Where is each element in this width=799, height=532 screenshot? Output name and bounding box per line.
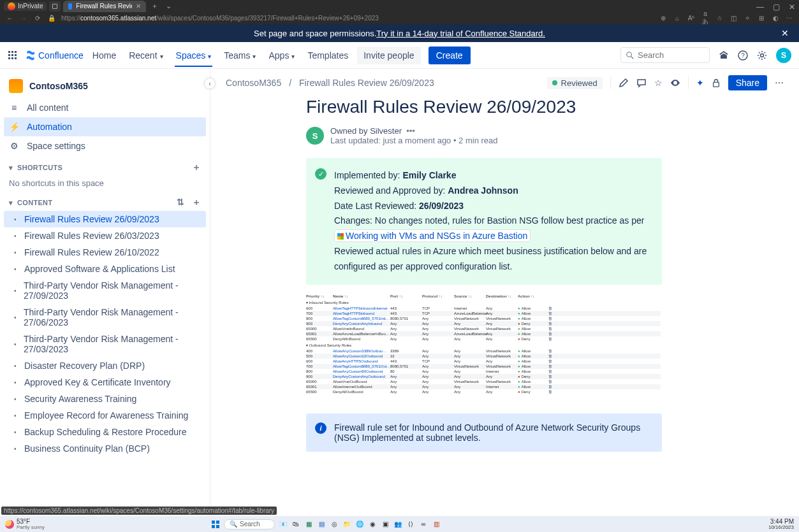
space-header[interactable]: ContosoM365 (0, 74, 210, 98)
shopping-icon[interactable]: ⌂ (673, 15, 682, 22)
content-tree-item[interactable]: •Third-Party Vendor Risk Management - 27… (4, 304, 206, 331)
content-tree-item[interactable]: •Approved Software & Applications List (4, 261, 206, 277)
taskbar-app-terminal[interactable]: ▣ (381, 520, 390, 529)
app-switcher-icon[interactable] (8, 50, 18, 61)
owner-avatar[interactable]: S (306, 127, 324, 145)
content-tree-item[interactable]: •Firewall Rules Review 26/03/2023 (4, 227, 206, 244)
split-icon[interactable]: ◫ (729, 15, 738, 22)
content-tree-item[interactable]: •Backup Scheduling & Restore Procedure (4, 424, 206, 440)
sidebar-item-space-settings[interactable]: ⚙ Space settings (0, 136, 210, 155)
settings-icon[interactable] (757, 50, 767, 61)
content-tree-item[interactable]: •Firewall Rules Review 26/09/2023 (4, 211, 206, 227)
rules-row: 800AllowAnyCustom80Outbound80AnyAnyInter… (306, 369, 661, 374)
window-maximize-button[interactable]: ▢ (773, 3, 780, 11)
taskbar-app-teams[interactable]: 👥 (393, 520, 402, 529)
taskbar-app-excel[interactable]: ▦ (304, 520, 313, 529)
taskbar-app-code[interactable]: ⟨⟩ (406, 520, 415, 529)
taskbar-app-edge[interactable]: 🌐 (355, 520, 364, 529)
refresh-button[interactable]: ⟳ (33, 15, 42, 22)
promo-link[interactable]: Try it in a 14-day trial of Confluence S… (376, 29, 545, 38)
taskbar-app-explorer[interactable]: 📁 (342, 520, 351, 529)
windows-taskbar: 53°F Partly sunny 🔍 Search 📧 🛍 ▦ ▤ ◎ 📁 🌐… (0, 516, 799, 532)
nav-spaces[interactable]: Spaces (175, 44, 213, 67)
invite-button[interactable]: Invite people (357, 47, 420, 64)
zoom-icon[interactable]: ⊕ (659, 15, 668, 22)
nav-templates[interactable]: Templates (306, 44, 349, 67)
content-tree-item[interactable]: •Disaster Recovery Plan (DRP) (4, 357, 206, 374)
watch-icon[interactable] (670, 78, 680, 88)
more-icon[interactable]: ⋯ (785, 15, 794, 22)
help-icon[interactable]: ? (738, 50, 748, 61)
search-input[interactable] (638, 50, 704, 60)
collections-icon[interactable]: ✧ (743, 15, 752, 22)
bullet-icon: • (14, 249, 19, 256)
notifications-icon[interactable] (719, 50, 729, 61)
share-button[interactable]: Share (728, 75, 767, 90)
address-bar[interactable]: https://contosom365.atlassian.net/wiki/s… (61, 15, 379, 22)
read-aloud-icon[interactable]: Aᵇ (687, 15, 696, 22)
confluence-logo[interactable]: Confluence (26, 50, 84, 61)
user-avatar[interactable]: S (776, 48, 791, 63)
content-tree-item[interactable]: •Employee Record for Awareness Training (4, 407, 206, 424)
tab-close-icon[interactable]: ✕ (136, 3, 141, 10)
comment-icon[interactable] (636, 78, 647, 88)
ai-icon[interactable]: ✦ (696, 78, 704, 88)
add-shortcut-button[interactable]: ＋ (192, 162, 201, 173)
nav-apps[interactable]: Apps (267, 44, 296, 67)
browser-tab-active[interactable]: Firewall Rules Review 26/09/20… ✕ (63, 1, 146, 12)
taskbar-app-outlook[interactable]: 📧 (279, 520, 288, 529)
sidebar-collapse-button[interactable]: ‹ (204, 78, 216, 89)
breadcrumb-page[interactable]: Firewall Rules Review 26/09/2023 (299, 78, 434, 88)
rules-row: 900DenyAnyCustomAnyOutboundAnyAnyAnyAnyD… (306, 374, 661, 379)
nav-recent[interactable]: Recent (128, 44, 164, 67)
lock-icon[interactable] (712, 78, 721, 87)
taskbar-search[interactable]: 🔍 Search (224, 519, 275, 529)
window-close-button[interactable]: ✕ (789, 3, 795, 11)
taskbar-app-copilot[interactable]: ◎ (330, 520, 339, 529)
content-tree-item[interactable]: •Approved Key & Certificate Inventory (4, 374, 206, 391)
sidebar-item-all-content[interactable]: ≡ All content (0, 98, 210, 117)
tab-menu-button[interactable]: ⌄ (163, 2, 174, 10)
extensions-icon[interactable]: ⊞ (757, 15, 766, 22)
breadcrumb-space[interactable]: ContosoM365 (226, 78, 281, 88)
content-tree-item[interactable]: •Third-Party Vendor Risk Management - 27… (4, 331, 206, 357)
chevron-down-icon[interactable]: ▾ (9, 199, 13, 206)
taskbar-app-chrome[interactable]: ◉ (368, 520, 377, 529)
tab-workspaces[interactable] (49, 1, 61, 11)
favorites-icon[interactable]: ☆ (715, 15, 724, 22)
taskbar-app-store[interactable]: 🛍 (291, 520, 300, 529)
content-filter-icon[interactable]: ⇅ (177, 197, 184, 207)
azure-link[interactable]: Working with VMs and NSGs in Azure Basti… (334, 229, 531, 242)
content-tree-item[interactable]: •Security Awareness Training (4, 391, 206, 407)
taskbar-app-vs[interactable]: ∞ (419, 520, 428, 529)
owner-more-icon[interactable]: ••• (406, 126, 415, 136)
profile-icon[interactable]: ◐ (771, 15, 780, 22)
chevron-down-icon[interactable]: ▾ (9, 164, 13, 171)
taskbar-app-ppt[interactable]: ▥ (432, 520, 441, 529)
content-tree-item[interactable]: •Business Continuity Plan (BCP) (4, 440, 206, 457)
nav-home[interactable]: Home (91, 44, 117, 67)
info-panel-text: Firewall rule set for Inbound and Outbou… (334, 422, 640, 443)
promo-close-icon[interactable]: ✕ (781, 28, 789, 38)
content-tree-item[interactable]: •Firewall Rules Review 26/10/2022 (4, 244, 206, 261)
page-status-pill[interactable]: Reviewed (547, 77, 603, 89)
new-tab-button[interactable]: ＋ (149, 1, 161, 11)
browser-profile-badge[interactable]: InPrivate (4, 2, 47, 11)
tab-title: Firewall Rules Review 26/09/20… (76, 3, 132, 10)
edit-icon[interactable] (619, 78, 629, 88)
content-tree-item[interactable]: •Third-Party Vendor Risk Management - 27… (4, 277, 206, 304)
nav-teams[interactable]: Teams (223, 44, 257, 67)
start-button[interactable] (211, 520, 220, 529)
create-button[interactable]: Create (429, 47, 471, 64)
forward-button[interactable]: → (19, 15, 28, 22)
add-content-button[interactable]: ＋ (192, 197, 201, 207)
star-icon[interactable]: ☆ (654, 78, 663, 88)
taskbar-app-word[interactable]: ▤ (317, 520, 326, 529)
window-minimize-button[interactable]: — (756, 3, 764, 11)
back-button[interactable]: ← (5, 15, 14, 22)
taskbar-clock[interactable]: 3:44 PM 10/16/2023 (768, 519, 794, 530)
global-search[interactable] (620, 47, 710, 63)
taskbar-weather[interactable]: 53°F Partly sunny (5, 519, 45, 530)
sidebar-item-automation[interactable]: ⚡ Automation (4, 117, 206, 136)
more-actions-icon[interactable]: ⋯ (775, 78, 784, 88)
